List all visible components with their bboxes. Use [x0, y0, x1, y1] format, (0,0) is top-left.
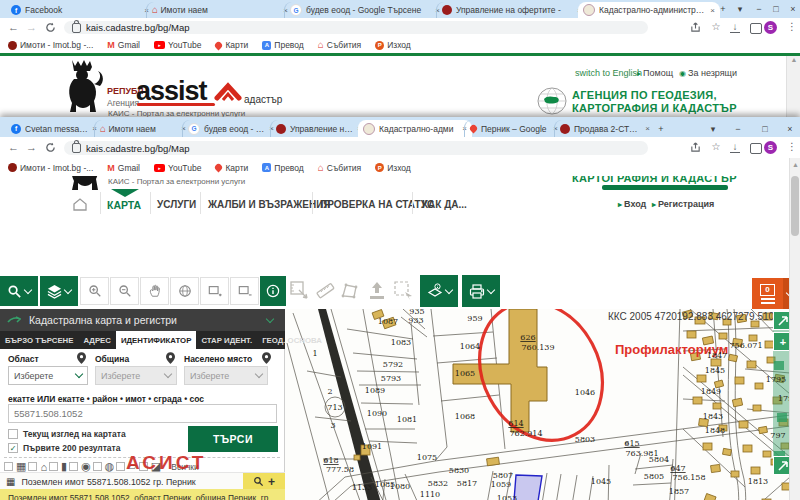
cart-button[interactable]: 0: [752, 278, 783, 309]
profile-avatar[interactable]: S: [764, 21, 777, 34]
share-icon[interactable]: [690, 22, 701, 33]
bookmark-maps[interactable]: Карти: [215, 40, 248, 50]
share-icon[interactable]: [690, 142, 701, 153]
url-field[interactable]: kais.cadastre.bg/bg/Map: [64, 21, 648, 34]
sidebar-icon[interactable]: [750, 143, 762, 154]
scroll-up-icon[interactable]: ▲: [787, 56, 800, 63]
tab-prodava[interactable]: Продава 2-СТАЕН ×: [554, 120, 655, 137]
checkbox-icon[interactable]: [28, 462, 37, 471]
bookmark-translate[interactable]: AПревод: [262, 163, 303, 173]
tab-barzo-tarsene[interactable]: БЪРЗО ТЪРСЕНЕ: [0, 331, 78, 349]
zoom-to-icon[interactable]: [253, 476, 264, 487]
bookmark-izhod[interactable]: PИзход: [375, 40, 411, 50]
menu-dots-icon[interactable]: ⋮: [784, 141, 800, 152]
new-tab-button[interactable]: +: [652, 121, 670, 136]
tab-identifikator[interactable]: ИДЕНТИФИКАТОР: [116, 331, 196, 349]
checkbox-icon[interactable]: [8, 429, 18, 439]
nav-uslugi[interactable]: УСЛУГИ: [157, 199, 196, 210]
measure-polygon-icon[interactable]: [339, 280, 361, 302]
bookmark-youtube[interactable]: ▸YouTube: [154, 163, 201, 173]
tab-geod-osnova[interactable]: ГЕОД. ОСНОВА: [257, 331, 327, 349]
identifier-input[interactable]: [8, 404, 277, 423]
full-extent-button[interactable]: [170, 277, 199, 305]
help-link[interactable]: ▸Помощ: [637, 68, 673, 78]
tab-google-search-2[interactable]: G будев еоод - Goo ×: [182, 120, 279, 137]
zoom-box-out-button[interactable]: [230, 277, 259, 305]
bookmark-star-icon[interactable]: ☆: [708, 21, 724, 32]
back-icon[interactable]: ←: [8, 141, 19, 153]
zoom-in-button[interactable]: [80, 277, 109, 305]
close-button[interactable]: ×: [784, 1, 800, 16]
tab-imoti-naem[interactable]: ⌂ Имоти наем ×: [146, 2, 293, 18]
checkbox-icon[interactable]: [49, 462, 58, 471]
refresh-icon[interactable]: [45, 142, 56, 153]
nav-proverka[interactable]: ПРОВЕРКА НА СТАТУС: [320, 199, 434, 210]
checkbox-icon[interactable]: [93, 462, 102, 471]
checkbox-icon[interactable]: [116, 462, 125, 471]
measure-distance-icon[interactable]: [314, 280, 336, 302]
refresh-icon[interactable]: [45, 22, 56, 33]
close-button[interactable]: ×: [781, 121, 799, 136]
first-200-checkbox[interactable]: ✓Първите 200 резултата: [8, 443, 120, 453]
tab-close-icon[interactable]: ×: [645, 124, 650, 133]
identify-button[interactable]: [260, 276, 286, 306]
layers-info-button[interactable]: [420, 275, 458, 307]
tab-star-ident[interactable]: СТАР ИДЕНТ.: [196, 331, 257, 349]
map-search-button[interactable]: [0, 276, 38, 306]
scroll-up-icon[interactable]: ▲: [790, 161, 800, 168]
bookmark-imoti[interactable]: Имоти - Imot.bg -...: [8, 40, 93, 50]
add-to-cart-icon[interactable]: +: [268, 475, 275, 489]
search-button[interactable]: ТЪРСИ: [188, 426, 278, 452]
bookmark-gmail[interactable]: MGmail: [107, 40, 140, 50]
zoom-box-in-button[interactable]: [200, 277, 229, 305]
bookmark-star-icon[interactable]: ☆: [708, 141, 724, 152]
register-link[interactable]: ▸Регистрация: [652, 199, 714, 209]
maximize-button[interactable]: □: [756, 121, 774, 136]
bookmark-maps[interactable]: Карти: [215, 163, 248, 173]
minimize-button[interactable]: −: [729, 121, 747, 136]
bookmark-izhod[interactable]: PИзход: [375, 163, 411, 173]
tab-kadastralno-active[interactable]: Кадастрално-административни ×: [578, 2, 720, 18]
download-icon[interactable]: ↓: [730, 141, 740, 153]
scroll-thumb[interactable]: [791, 176, 799, 236]
forward-icon[interactable]: →: [26, 141, 37, 153]
home-icon[interactable]: [72, 197, 88, 212]
bookmark-youtube[interactable]: ▸YouTube: [154, 40, 201, 50]
tab-menu-icon[interactable]: ▾: [731, 1, 749, 16]
nav-karta[interactable]: КАРТА: [107, 199, 141, 211]
tab-pernik-maps[interactable]: Перник – Google ×: [464, 120, 563, 137]
measure-area-icon[interactable]: [289, 280, 311, 302]
select-region-icon[interactable]: [393, 280, 415, 302]
tab-adres[interactable]: АДРЕС: [78, 331, 116, 349]
scrollbar-window2[interactable]: ▲: [789, 158, 800, 500]
layer-select-header[interactable]: Кадастрална карта и регистри: [0, 309, 285, 331]
scrollbar-window1[interactable]: ▲: [786, 56, 800, 117]
bookmark-translate[interactable]: AПревод: [262, 40, 303, 50]
minimize-button[interactable]: −: [750, 1, 768, 16]
menu-dots-icon[interactable]: ⋮: [784, 21, 800, 32]
nav-kak-da[interactable]: КАК ДА...: [422, 199, 467, 210]
tab-menu-icon[interactable]: ▾: [704, 121, 722, 136]
accessibility-link[interactable]: ◉За незрящи: [679, 68, 737, 78]
zoom-out-button[interactable]: [110, 277, 139, 305]
tab-google-search[interactable]: G будев еоод - Google Търсене ×: [284, 2, 445, 18]
bookmark-sabitiya[interactable]: ⌂Събития: [318, 163, 361, 173]
back-icon[interactable]: ←: [8, 21, 19, 33]
bookmark-imoti[interactable]: Имоти - Imot.bg -...: [8, 163, 93, 173]
layers-button[interactable]: [40, 276, 78, 306]
tab-imoti-naem-2[interactable]: ⌂ Имоти наем ×: [94, 120, 191, 137]
new-tab-button[interactable]: +: [714, 1, 732, 16]
bookmark-sabitiya[interactable]: ⌂Събития: [318, 40, 361, 50]
tab-upravlenie[interactable]: Управление на офертите - ×: [436, 2, 587, 18]
print-button[interactable]: [462, 275, 500, 307]
sidebar-icon[interactable]: [750, 23, 762, 34]
maximize-button[interactable]: □: [767, 1, 785, 16]
tab-cvetan[interactable]: f Cvetan messaged y... ×: [6, 120, 102, 137]
tab-facebook[interactable]: f Facebook ×: [6, 2, 154, 18]
current-view-checkbox[interactable]: Текущ изглед на картата: [8, 429, 126, 439]
download-icon[interactable]: ↓: [730, 21, 740, 33]
result-header[interactable]: ▦ Поземлен имот 55871.508.1052 гр. Перни…: [0, 472, 285, 490]
switch-english-link[interactable]: switch to English: [575, 68, 642, 78]
profile-avatar[interactable]: S: [764, 141, 777, 154]
login-link[interactable]: ▸Вход: [618, 199, 646, 209]
